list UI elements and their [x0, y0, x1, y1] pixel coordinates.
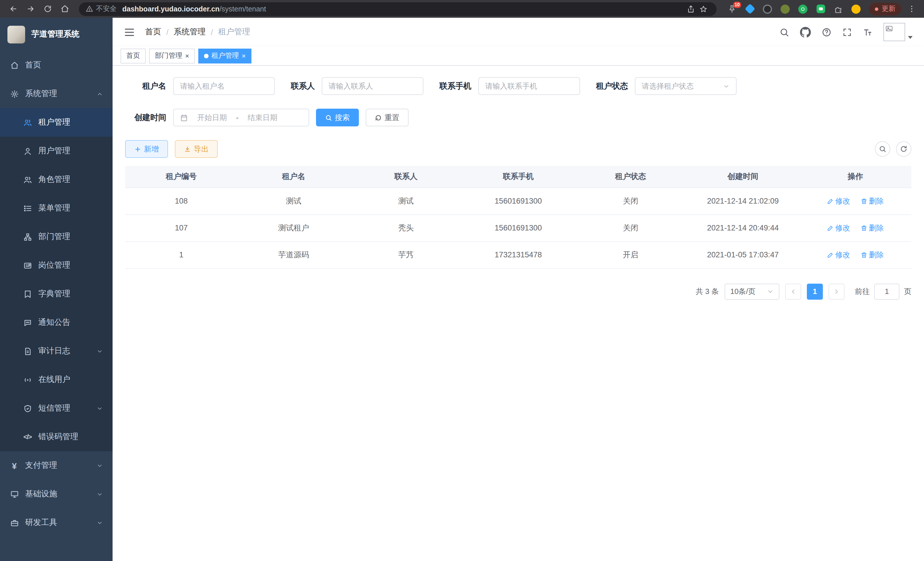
- phone-field[interactable]: [478, 77, 580, 95]
- share-icon[interactable]: [685, 3, 697, 15]
- browser-forward-button[interactable]: [23, 2, 38, 16]
- delete-button[interactable]: 删除: [860, 223, 884, 233]
- extension-green-circle-icon[interactable]: [798, 4, 808, 14]
- sidebar-item-online-users[interactable]: 在线用户: [0, 365, 112, 394]
- edit-button[interactable]: 修改: [827, 223, 850, 233]
- top-navbar: 首页 / 系统管理 / 租户管理: [112, 18, 924, 46]
- extension-olive-circle-icon[interactable]: [780, 4, 790, 14]
- tags-view-bar: 首页 部门管理 × 租户管理 ×: [112, 46, 924, 66]
- page-unit-label: 页: [904, 286, 911, 296]
- sidebar-item-role-management[interactable]: 角色管理: [0, 165, 112, 194]
- font-size-icon[interactable]: [863, 27, 873, 37]
- refresh-table-button[interactable]: [896, 141, 911, 157]
- avatar[interactable]: [884, 23, 905, 41]
- sidebar-item-error-code-management[interactable]: </> 错误码管理: [0, 423, 112, 451]
- date-start-input[interactable]: [191, 113, 232, 122]
- search-icon[interactable]: [779, 27, 789, 37]
- page-size-select[interactable]: 10条/页: [724, 283, 779, 299]
- chevron-down-icon: [723, 83, 730, 89]
- sidebar-item-home[interactable]: 首页: [0, 51, 112, 80]
- sidebar-item-department-management[interactable]: 部门管理: [0, 223, 112, 251]
- sidebar-item-dict-management[interactable]: 字典管理: [0, 280, 112, 308]
- edit-icon: [827, 251, 834, 258]
- extension-blue-icon[interactable]: [745, 4, 755, 14]
- fullscreen-icon[interactable]: [842, 27, 852, 37]
- tenant-name-field[interactable]: [173, 77, 275, 95]
- prev-page-button[interactable]: [785, 283, 801, 299]
- sidebar-item-infrastructure[interactable]: 基础设施: [0, 480, 112, 508]
- browser-menu-button[interactable]: [904, 2, 918, 16]
- sidebar-item-payment-management[interactable]: ¥ 支付管理: [0, 451, 112, 480]
- status-select-input[interactable]: [642, 82, 719, 90]
- toggle-search-button[interactable]: [875, 141, 890, 157]
- date-end-input[interactable]: [242, 113, 283, 122]
- browser-toolbar: 不安全 dashboard.yudao.iocoder.cn /system/t…: [0, 0, 924, 18]
- screen: 不安全 dashboard.yudao.iocoder.cn /system/t…: [0, 0, 924, 561]
- tenant-name-input[interactable]: [180, 82, 268, 90]
- sidebar-item-menu-management[interactable]: 菜单管理: [0, 194, 112, 223]
- sidebar-collapse-button[interactable]: [124, 27, 135, 38]
- sidebar-item-tenant-management[interactable]: 租户管理: [0, 108, 112, 137]
- caret-down-icon: [908, 36, 913, 39]
- browser-back-button[interactable]: [6, 2, 21, 16]
- sidebar-item-notice[interactable]: 通知公告: [0, 308, 112, 337]
- breadcrumb-system[interactable]: 系统管理: [174, 27, 206, 37]
- edit-button[interactable]: 修改: [827, 196, 850, 206]
- user-icon: [23, 147, 32, 155]
- delete-button[interactable]: 删除: [860, 250, 884, 260]
- page-number-1[interactable]: 1: [807, 283, 823, 299]
- breadcrumb: 首页 / 系统管理 / 租户管理: [145, 27, 250, 37]
- extension-green-square-icon[interactable]: [815, 4, 826, 14]
- extension-dark-circle-icon[interactable]: [762, 4, 772, 14]
- document-icon: [23, 347, 32, 355]
- security-chip[interactable]: 不安全: [86, 4, 117, 14]
- filter-row-2: 创建时间 - 搜索 重置: [125, 109, 911, 126]
- tab-tenant-management[interactable]: 租户管理 ×: [198, 48, 251, 63]
- breadcrumb-home[interactable]: 首页: [145, 27, 161, 37]
- tab-department-management[interactable]: 部门管理 ×: [149, 48, 195, 63]
- sidebar-item-system-management[interactable]: 系统管理: [0, 80, 112, 108]
- sidebar-item-audit-log[interactable]: 审计日志: [0, 337, 112, 365]
- export-button[interactable]: 导出: [175, 140, 218, 158]
- sidebar-item-dev-tools[interactable]: 研发工具: [0, 508, 112, 537]
- goto-page-input[interactable]: [874, 283, 899, 299]
- reset-button[interactable]: 重置: [366, 109, 409, 126]
- date-range-picker[interactable]: -: [173, 109, 309, 126]
- trash-icon: [860, 251, 867, 258]
- logo-image: [8, 26, 25, 43]
- pagination: 共 3 条 10条/页 1 前往 页: [125, 283, 911, 299]
- search-button[interactable]: 搜索: [316, 109, 359, 126]
- delete-button[interactable]: 删除: [860, 196, 884, 206]
- bookmark-star-icon[interactable]: [697, 3, 710, 15]
- address-bar[interactable]: 不安全 dashboard.yudao.iocoder.cn /system/t…: [79, 2, 717, 16]
- phone-input[interactable]: [485, 82, 573, 90]
- contact-field[interactable]: [322, 77, 423, 95]
- github-icon[interactable]: [800, 27, 811, 38]
- close-icon[interactable]: ×: [242, 52, 246, 59]
- sidebar-item-post-management[interactable]: 岗位管理: [0, 251, 112, 280]
- contact-input[interactable]: [328, 82, 417, 90]
- browser-home-button[interactable]: [57, 2, 72, 16]
- extensions-puzzle-icon[interactable]: [833, 4, 843, 14]
- home-icon: [10, 61, 19, 69]
- close-icon[interactable]: ×: [185, 52, 189, 59]
- edit-button[interactable]: 修改: [827, 250, 850, 260]
- security-label: 不安全: [96, 4, 117, 14]
- next-page-button[interactable]: [829, 283, 844, 299]
- status-select[interactable]: [635, 77, 736, 95]
- table-header-row: 租户编号 租户名 联系人 联系手机 租户状态 创建时间 操作: [125, 166, 911, 188]
- browser-update-button[interactable]: 更新: [869, 3, 901, 15]
- extension-pin-icon[interactable]: 10: [727, 4, 737, 14]
- add-button[interactable]: 新增: [125, 140, 168, 158]
- edit-icon: [827, 224, 834, 231]
- browser-reload-button[interactable]: [40, 2, 55, 16]
- browser-profile-avatar[interactable]: [851, 4, 861, 14]
- tab-home[interactable]: 首页: [121, 48, 146, 63]
- roles-icon: [23, 175, 32, 184]
- help-icon[interactable]: [822, 27, 831, 37]
- shield-icon: [23, 404, 32, 413]
- sidebar-item-user-management[interactable]: 用户管理: [0, 137, 112, 165]
- sidebar-logo[interactable]: 芋道管理系统: [0, 18, 112, 51]
- sidebar-item-sms-management[interactable]: 短信管理: [0, 394, 112, 423]
- user-menu[interactable]: [884, 23, 913, 41]
